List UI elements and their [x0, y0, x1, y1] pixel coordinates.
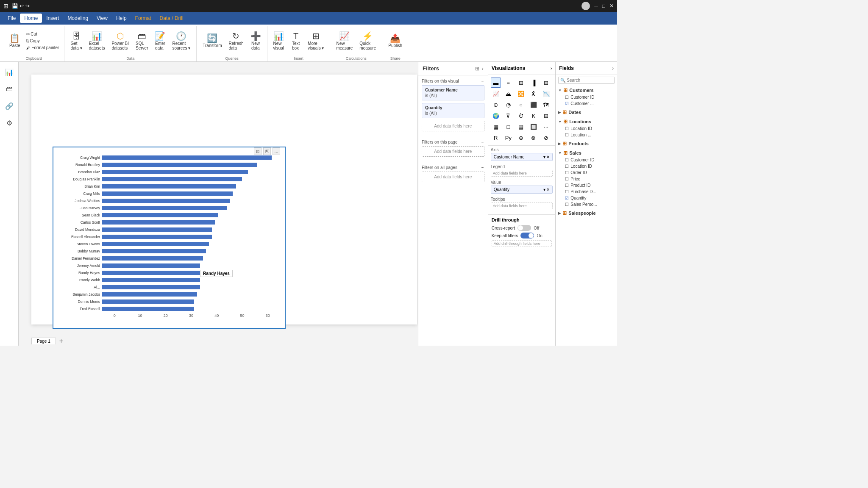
- bar-row[interactable]: Craig Mills: [59, 190, 281, 197]
- fields-group-header-dates[interactable]: ▶⊞Dates: [557, 108, 615, 116]
- viz-bar-chart[interactable]: ▬: [491, 78, 501, 88]
- bar-row[interactable]: Brandon Diaz: [59, 169, 281, 175]
- viz-table[interactable]: ⊞: [541, 111, 551, 121]
- field-item-location-...[interactable]: ☐Location ...: [564, 132, 615, 138]
- menu-view[interactable]: View: [92, 14, 112, 23]
- viz-custom3[interactable]: ⊗: [529, 133, 539, 143]
- bar-row[interactable]: Fred Russell: [59, 305, 281, 312]
- sidebar-report-icon[interactable]: 📊: [3, 65, 16, 79]
- add-page-filter[interactable]: Add data fields here: [422, 146, 484, 157]
- sql-btn[interactable]: 🗃 SQLServer: [133, 30, 150, 52]
- cross-report-toggle[interactable]: [517, 225, 531, 231]
- more-visuals-btn[interactable]: ⊞ Morevisuals ▾: [305, 30, 326, 52]
- fields-group-header-salespeople[interactable]: ▶⊞Salespeople: [557, 209, 615, 217]
- viz-custom-R[interactable]: R: [491, 133, 501, 143]
- bar-row[interactable]: Russell Alexander: [59, 233, 281, 240]
- bar-row[interactable]: Benjamin Jacobs: [59, 291, 281, 298]
- axis-value[interactable]: Customer Name ▾ ✕: [491, 153, 553, 161]
- fields-search[interactable]: 🔍: [558, 77, 615, 84]
- bar-row[interactable]: Douglas Franklin: [59, 176, 281, 183]
- viz-donut[interactable]: ○: [516, 100, 526, 110]
- field-item-location-id[interactable]: ☐Location ID: [564, 163, 615, 169]
- fields-group-header-sales[interactable]: ▼⊞Sales: [557, 149, 615, 157]
- add-visual-filter[interactable]: Add data fields here: [422, 121, 484, 131]
- viz-treemap[interactable]: ⬛: [529, 100, 539, 110]
- menu-help[interactable]: Help: [112, 14, 131, 23]
- close-btn[interactable]: ✕: [609, 3, 614, 9]
- add-all-pages-filter[interactable]: Add data fields here: [422, 172, 484, 182]
- visual-more-btn[interactable]: …: [273, 147, 280, 155]
- bar-row[interactable]: Carlos Scott: [59, 219, 281, 226]
- bar-row[interactable]: Al...: [59, 284, 281, 291]
- viz-custom2[interactable]: ⊕: [516, 133, 526, 143]
- bar-row[interactable]: Brian Kim: [59, 183, 281, 190]
- field-item-purchase-d...[interactable]: ☐Purchase D...: [564, 189, 615, 195]
- format-painter-btn[interactable]: 🖌 Format painter: [25, 44, 61, 51]
- menu-insert[interactable]: Insert: [42, 14, 63, 23]
- powerbi-btn[interactable]: ⬡ Power BIdatasets: [109, 30, 131, 52]
- add-legend[interactable]: Add data fields here: [491, 170, 553, 177]
- viz-col-chart[interactable]: ▐: [529, 78, 539, 88]
- field-item-order-id[interactable]: ☐Order ID: [564, 169, 615, 176]
- viz-more[interactable]: ···: [541, 122, 551, 132]
- chart-visual[interactable]: Craig WrightRonald BradleyBrandon DiazDo…: [53, 147, 286, 329]
- viz-funnel[interactable]: ⊽: [503, 111, 513, 121]
- viz-custom4[interactable]: ⊘: [541, 133, 551, 143]
- bar-row[interactable]: Bobby Murray: [59, 248, 281, 255]
- bar-row[interactable]: Randy HayesRandy Hayes: [59, 269, 281, 276]
- field-item-product-id[interactable]: ☐Product ID: [564, 182, 615, 189]
- filters-page-menu[interactable]: ···: [481, 140, 484, 144]
- bar-row[interactable]: Sean Black: [59, 212, 281, 219]
- filters-all-menu[interactable]: ···: [481, 165, 484, 170]
- publish-btn[interactable]: 📤 Publish: [386, 32, 405, 50]
- viz-stacked-col[interactable]: ⊞: [541, 78, 551, 88]
- field-item-customer-id[interactable]: ☐Customer ID: [564, 94, 615, 100]
- bar-row[interactable]: Joshua Watkins: [59, 197, 281, 204]
- viz-area-chart[interactable]: ⛰: [503, 89, 513, 99]
- fields-group-header-products[interactable]: ▶⊞Products: [557, 140, 615, 147]
- viz-waterfall[interactable]: 📉: [541, 89, 551, 99]
- bar-row[interactable]: Ronald Bradley: [59, 161, 281, 168]
- viz-ribbon[interactable]: 🎗: [529, 89, 539, 99]
- sidebar-data-icon[interactable]: 🗃: [3, 82, 16, 96]
- sidebar-model-icon[interactable]: 🔗: [3, 99, 16, 113]
- bar-row[interactable]: David Mendoza: [59, 226, 281, 233]
- filters-visual-menu[interactable]: ···: [481, 79, 484, 83]
- cut-btn[interactable]: ✂ Cut: [25, 31, 61, 37]
- copy-btn[interactable]: ⎘ Copy: [25, 38, 61, 44]
- viz-matrix[interactable]: ▦: [491, 122, 501, 132]
- bar-row[interactable]: Juan Harvey: [59, 205, 281, 211]
- viz-line-col[interactable]: 🔀: [516, 89, 526, 99]
- menu-home[interactable]: Home: [20, 14, 42, 23]
- menu-modeling[interactable]: Modeling: [63, 14, 92, 23]
- viz-card[interactable]: □: [503, 122, 513, 132]
- field-item-customer-id[interactable]: ☐Customer ID: [564, 157, 615, 163]
- viz-python[interactable]: Py: [503, 133, 513, 143]
- page-tab[interactable]: Page 1: [31, 338, 56, 344]
- viz-panel-expand[interactable]: ›: [551, 66, 552, 71]
- value-field[interactable]: Quantity ▾ ✕: [491, 186, 553, 194]
- customer-name-filter[interactable]: Customer Name is (All): [422, 85, 484, 100]
- refresh-btn[interactable]: ↻ Refreshdata: [226, 30, 246, 52]
- add-tooltips[interactable]: Add data fields here: [491, 202, 553, 209]
- visual-expand-btn[interactable]: ⇱: [263, 147, 271, 155]
- new-visual-btn[interactable]: 📊 Newvisual: [271, 30, 287, 52]
- field-item-quantity[interactable]: ☑Quantity: [564, 195, 615, 201]
- field-item-price[interactable]: ☐Price: [564, 176, 615, 182]
- viz-scatter[interactable]: ⊙: [491, 100, 501, 110]
- menu-file[interactable]: File: [3, 14, 20, 23]
- fields-expand-btn[interactable]: ›: [612, 66, 614, 71]
- quick-measure-btn[interactable]: ⚡ Quickmeasure: [357, 30, 378, 52]
- keep-filters-toggle[interactable]: [520, 233, 534, 238]
- filters-expand-icon[interactable]: ›: [482, 66, 484, 72]
- bar-row[interactable]: Dennis Morris: [59, 298, 281, 305]
- bar-row[interactable]: Randy Webb: [59, 277, 281, 283]
- sidebar-dax-icon[interactable]: ⚙: [3, 116, 16, 130]
- viz-100-bar[interactable]: ⊟: [516, 78, 526, 88]
- bar-row[interactable]: Jeremy Arnold: [59, 262, 281, 269]
- new-measure-btn[interactable]: 📈 Newmeasure: [334, 30, 355, 52]
- field-item-location-id[interactable]: ☐Location ID: [564, 125, 615, 132]
- fields-group-header-locations[interactable]: ▼⊞Locations: [557, 118, 615, 125]
- viz-map[interactable]: 🗺: [541, 100, 551, 110]
- transform-btn[interactable]: 🔄 Transform: [200, 32, 224, 50]
